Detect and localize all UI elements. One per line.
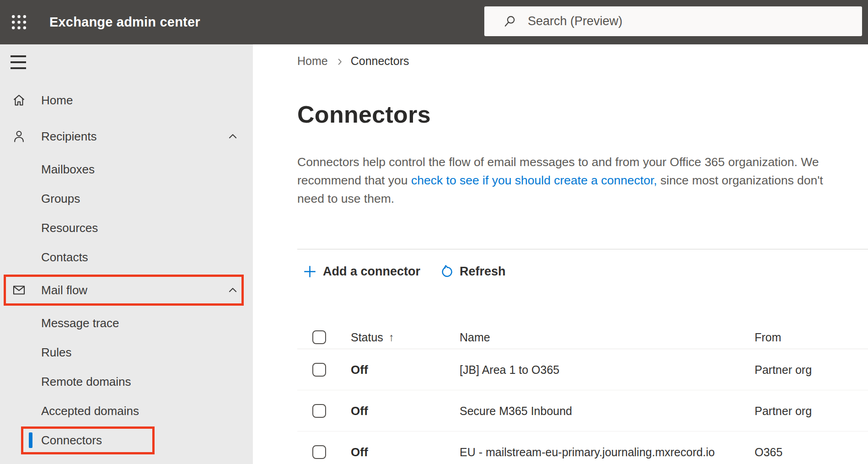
page-description: Connectors help control the flow of emai…: [297, 153, 868, 208]
sidebar-item-label: Connectors: [41, 433, 102, 448]
sort-ascending-icon: ↑: [389, 331, 394, 344]
table-row[interactable]: Off EU - mailstream-eu-primary.journalin…: [297, 432, 868, 464]
sidebar-item-label: Remote domains: [41, 375, 131, 389]
create-connector-link[interactable]: check to see if you should create a conn…: [411, 173, 657, 187]
sidebar-item-label: Rules: [41, 345, 71, 360]
breadcrumb-current: Connectors: [351, 54, 409, 68]
page-title: Connectors: [297, 102, 868, 127]
breadcrumb-home-link[interactable]: Home: [297, 54, 328, 68]
refresh-label: Refresh: [460, 264, 506, 279]
description-line1: Connectors help control the flow of emai…: [297, 155, 819, 169]
sidebar-item-accepted-domains[interactable]: Accepted domains: [0, 396, 253, 426]
sidebar-item-resources[interactable]: Resources: [0, 213, 253, 243]
person-icon: [11, 129, 27, 144]
sidebar-item-label: Message trace: [41, 316, 119, 330]
sidebar-item-rules[interactable]: Rules: [0, 338, 253, 367]
row-checkbox[interactable]: [312, 445, 326, 459]
connector-from: O365: [755, 445, 782, 459]
table-row[interactable]: Off [JB] Area 1 to O365 Partner org: [297, 349, 868, 390]
connector-from: Partner org: [755, 404, 812, 417]
toolbar-divider: [297, 249, 868, 249]
connectors-table: Status ↑ Name From Off [JB] Area 1 to O3…: [297, 325, 868, 464]
chevron-right-icon: [335, 57, 344, 66]
sidebar-item-home[interactable]: Home: [0, 86, 253, 115]
connector-name[interactable]: [JB] Area 1 to O365: [460, 363, 559, 376]
description-line2-pre: recommend that you: [297, 173, 411, 187]
home-icon: [11, 93, 27, 108]
connector-name[interactable]: EU - mailstream-eu-primary.journaling.mx…: [460, 445, 715, 459]
add-connector-label: Add a connector: [323, 264, 420, 279]
refresh-button[interactable]: Refresh: [439, 264, 506, 279]
sidebar-item-groups[interactable]: Groups: [0, 184, 253, 213]
top-bar: Exchange admin center: [0, 0, 868, 44]
connector-from: Partner org: [755, 363, 812, 376]
description-line3: need to use them.: [297, 192, 394, 205]
sidebar-item-label: Groups: [41, 192, 80, 206]
annotation-box-mail-flow: [4, 275, 244, 306]
connector-name[interactable]: Secure M365 Inbound: [460, 404, 572, 417]
table-row[interactable]: Off Secure M365 Inbound Partner org: [297, 390, 868, 432]
sidebar-item-label: Mailboxes: [41, 162, 95, 177]
column-header-status[interactable]: Status ↑: [351, 330, 394, 344]
sidebar-item-connectors[interactable]: Connectors: [0, 426, 253, 455]
chevron-up-icon[interactable]: [227, 130, 239, 142]
sidebar-nav: Home Recipients Mailboxes Groups Reso: [0, 44, 253, 464]
toolbar: Add a connector Refresh: [297, 264, 868, 279]
sidebar-item-label: Contacts: [41, 250, 88, 264]
row-checkbox[interactable]: [312, 404, 326, 418]
chevron-up-icon[interactable]: [227, 284, 239, 296]
status-badge: Off: [351, 404, 368, 418]
sidebar-item-contacts[interactable]: Contacts: [0, 243, 253, 272]
app-launcher-waffle-icon[interactable]: [0, 0, 37, 44]
sidebar-item-message-trace[interactable]: Message trace: [0, 308, 253, 338]
description-line2-post: since most organizations don't: [657, 173, 823, 187]
column-header-from[interactable]: From: [755, 330, 781, 344]
plus-icon: [303, 264, 317, 279]
sidebar-item-label: Home: [41, 93, 73, 108]
mail-icon: [11, 283, 27, 298]
refresh-icon: [439, 264, 454, 279]
sidebar-item-label: Accepted domains: [41, 404, 139, 418]
sidebar-item-mail-flow[interactable]: Mail flow: [0, 275, 253, 305]
search-icon: [503, 14, 517, 28]
hamburger-menu-icon[interactable]: [11, 55, 27, 69]
sidebar-item-remote-domains[interactable]: Remote domains: [0, 367, 253, 396]
row-checkbox[interactable]: [312, 363, 326, 377]
breadcrumb: Home Connectors: [297, 44, 868, 68]
main-content: Home Connectors Connectors Connectors he…: [253, 44, 868, 464]
sidebar-item-recipients[interactable]: Recipients: [0, 122, 253, 151]
select-all-checkbox[interactable]: [312, 330, 326, 344]
sidebar-item-label: Recipients: [41, 129, 96, 144]
app-title: Exchange admin center: [49, 15, 200, 30]
search-input[interactable]: [528, 14, 802, 28]
search-box[interactable]: [484, 6, 862, 36]
status-badge: Off: [351, 445, 368, 459]
sidebar-item-label: Mail flow: [41, 283, 87, 297]
column-header-name[interactable]: Name: [460, 330, 490, 344]
sidebar-item-mailboxes[interactable]: Mailboxes: [0, 155, 253, 184]
table-header-row: Status ↑ Name From: [297, 325, 868, 349]
status-badge: Off: [351, 362, 368, 377]
sidebar-item-label: Resources: [41, 221, 98, 235]
add-connector-button[interactable]: Add a connector: [303, 264, 420, 279]
waffle-icon: [11, 14, 27, 31]
selected-indicator-bar: [29, 432, 32, 448]
